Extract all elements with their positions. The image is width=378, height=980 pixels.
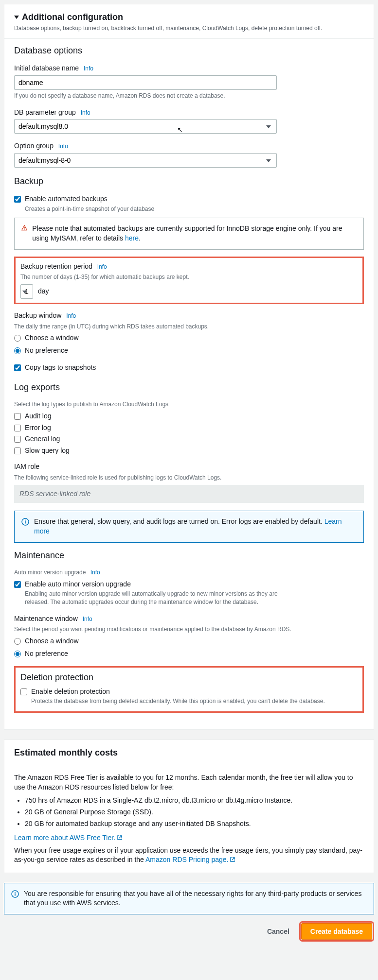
iam-role-label: IAM role [14, 462, 364, 472]
svg-rect-4 [25, 521, 26, 524]
enable-backups-desc: Creates a point-in-time snapshot of your… [25, 205, 154, 213]
deletion-protection-checkbox[interactable] [20, 688, 27, 695]
auto-minor-desc: Enabling auto minor version upgrade will… [25, 590, 278, 606]
maintenance-heading: Maintenance [14, 550, 364, 562]
info-icon [11, 890, 19, 898]
retention-info[interactable]: Info [97, 263, 107, 270]
copy-tags-label: Copy tags to snapshots [25, 363, 96, 373]
svg-point-6 [15, 892, 16, 893]
initial-db-name-label: Initial database name [14, 64, 79, 72]
backup-window-info[interactable]: Info [66, 312, 76, 319]
param-group-label: DB parameter group [14, 108, 76, 116]
backup-window-choose-radio[interactable] [14, 335, 21, 342]
iam-role-value: RDS service-linked role [14, 485, 364, 503]
auto-minor-checkbox[interactable] [14, 581, 21, 588]
additional-config-panel: Additional configuration Database option… [4, 4, 374, 730]
info-icon [21, 518, 29, 526]
initial-db-name-hint: If you do not specify a database name, A… [14, 92, 364, 100]
slow-query-log-checkbox[interactable] [14, 447, 21, 454]
backup-window-label: Backup window [14, 311, 61, 319]
audit-log-checkbox[interactable] [14, 413, 21, 420]
deletion-highlight: Deletion protection Enable deletion prot… [14, 666, 364, 713]
retention-unit: day [38, 287, 49, 296]
retention-highlight: Backup retention period Info The number … [14, 257, 364, 304]
retention-hint: The number of days (1-35) for which auto… [20, 273, 358, 281]
option-group-info[interactable]: Info [58, 143, 68, 150]
external-link-icon [230, 857, 235, 862]
iam-role-hint: The following service-linked role is use… [14, 474, 364, 482]
param-group-select[interactable]: default.mysql8.0 [14, 119, 277, 134]
option-group-label: Option group [14, 142, 54, 150]
retention-label: Backup retention period [20, 262, 92, 270]
backup-window-hint: The daily time range (in UTC) during whi… [14, 323, 364, 331]
auto-minor-info[interactable]: Info [90, 569, 100, 576]
svg-rect-7 [15, 893, 16, 895]
responsibility-alert: You are responsible for ensuring that yo… [4, 883, 374, 914]
svg-point-1 [24, 229, 24, 230]
costs-title: Estimated monthly costs [14, 747, 364, 759]
backup-heading: Backup [14, 175, 364, 188]
maint-window-info[interactable]: Info [83, 616, 92, 622]
db-options-heading: Database options [14, 45, 364, 57]
costs-list: 750 hrs of Amazon RDS in a Single-AZ db.… [25, 796, 364, 828]
warning-icon [21, 224, 27, 232]
deletion-protection-desc: Protects the database from being deleted… [31, 697, 325, 705]
copy-tags-checkbox[interactable] [14, 364, 21, 371]
chevron-down-icon [14, 16, 19, 19]
log-exports-heading: Log exports [14, 381, 364, 394]
enable-backups-checkbox[interactable] [14, 196, 21, 203]
external-link-icon [117, 835, 123, 841]
retention-select[interactable]: 1 [20, 284, 33, 299]
option-group-select[interactable]: default:mysql-8-0 [14, 153, 277, 168]
log-exports-hint: Select the log types to publish to Amazo… [14, 400, 364, 409]
deletion-heading: Deletion protection [20, 671, 358, 684]
costs-intro: The Amazon RDS Free Tier is available to… [14, 773, 364, 792]
deletion-protection-label: Enable deletion protection [31, 687, 325, 697]
initial-db-name-input[interactable] [14, 75, 277, 90]
maint-window-label: Maintenance window [14, 615, 78, 622]
enable-backups-label: Enable automated backups [25, 194, 154, 204]
initial-db-name-info[interactable]: Info [84, 65, 93, 72]
free-tier-link[interactable]: Learn more about AWS Free Tier. [14, 834, 123, 842]
backup-window-nopref-radio[interactable] [14, 347, 21, 354]
backup-warning-alert: Please note that automated backups are c… [14, 218, 364, 249]
create-database-button[interactable]: Create database [301, 923, 372, 940]
collapse-toggle[interactable]: Additional configuration [14, 11, 364, 23]
svg-point-3 [25, 520, 26, 521]
general-log-checkbox[interactable] [14, 436, 21, 443]
panel-title: Additional configuration [22, 11, 123, 23]
maint-window-hint: Select the period you want pending modif… [14, 625, 364, 634]
auto-minor-label: Enable auto minor version upgrade [25, 580, 278, 589]
logs-info-alert: Ensure that general, slow query, and aud… [14, 511, 364, 542]
panel-subtitle: Database options, backup turned on, back… [14, 24, 364, 33]
error-log-checkbox[interactable] [14, 425, 21, 431]
maint-window-choose-radio[interactable] [14, 638, 21, 645]
param-group-info[interactable]: Info [81, 109, 90, 116]
pricing-link[interactable]: Amazon RDS Pricing page. [145, 856, 235, 863]
maint-window-nopref-radio[interactable] [14, 651, 21, 657]
cancel-button[interactable]: Cancel [262, 925, 294, 938]
backup-alert-link[interactable]: here [125, 234, 139, 242]
costs-panel: Estimated monthly costs The Amazon RDS F… [4, 739, 374, 873]
